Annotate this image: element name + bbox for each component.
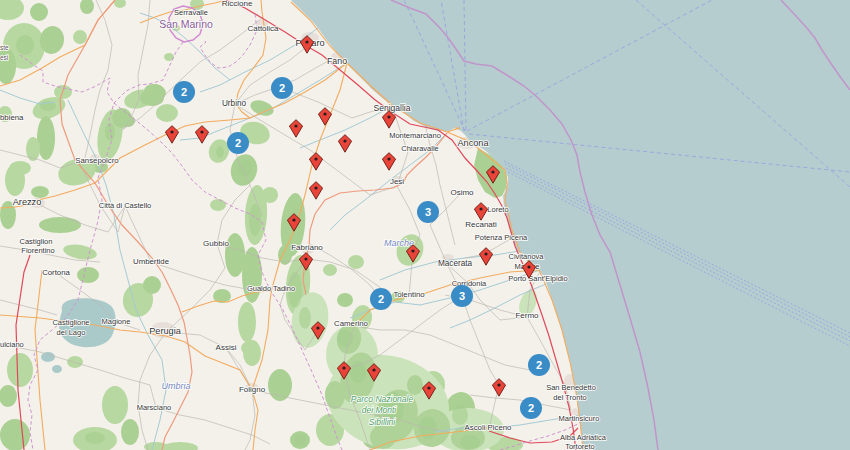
svg-text:del Tronto: del Tronto: [553, 393, 586, 402]
svg-text:2: 2: [536, 359, 542, 371]
svg-text:Città di Castello: Città di Castello: [99, 201, 152, 210]
svg-text:Marsciano: Marsciano: [137, 403, 172, 412]
svg-text:esi: esi: [0, 54, 8, 61]
svg-text:Ancona: Ancona: [457, 138, 489, 148]
svg-text:Cattolica: Cattolica: [247, 24, 279, 33]
svg-text:2: 2: [279, 82, 285, 94]
svg-text:Foligno: Foligno: [239, 385, 266, 394]
svg-text:Castiglion: Castiglion: [20, 237, 53, 246]
svg-text:Perugia: Perugia: [149, 326, 182, 336]
svg-text:Fermo: Fermo: [515, 311, 539, 320]
svg-text:Tolentino: Tolentino: [393, 290, 425, 299]
svg-text:Parco Nazionale: Parco Nazionale: [351, 394, 414, 404]
svg-text:San Benedetto: San Benedetto: [546, 383, 596, 392]
svg-text:3: 3: [459, 290, 465, 302]
svg-text:Arezzo: Arezzo: [13, 197, 42, 207]
svg-text:Sibillini: Sibillini: [369, 417, 397, 427]
svg-text:dei Monti: dei Monti: [362, 405, 398, 415]
svg-text:del Lago: del Lago: [57, 328, 86, 337]
svg-text:Montemarciano: Montemarciano: [389, 131, 441, 140]
svg-text:Osimo: Osimo: [450, 188, 474, 197]
svg-text:Tortoreto: Tortoreto: [565, 442, 595, 450]
svg-text:Chiaravalle: Chiaravalle: [401, 144, 439, 153]
svg-text:San Marino: San Marino: [159, 18, 213, 30]
svg-text:Riccione: Riccione: [222, 0, 253, 8]
svg-text:Recanati: Recanati: [465, 220, 497, 229]
svg-text:Urbino: Urbino: [222, 99, 247, 108]
svg-text:3: 3: [425, 206, 431, 218]
svg-text:Porto Sant'Elpidio: Porto Sant'Elpidio: [508, 274, 567, 283]
svg-text:ulciano: ulciano: [0, 340, 24, 349]
svg-text:Fiorentino: Fiorentino: [21, 246, 54, 255]
svg-text:Serravalle: Serravalle: [174, 8, 208, 17]
svg-text:Umbertide: Umbertide: [133, 257, 169, 266]
svg-text:Gubbio: Gubbio: [203, 239, 229, 248]
svg-text:Marche: Marche: [384, 238, 414, 248]
svg-text:Alba Adriatica: Alba Adriatica: [560, 433, 607, 442]
svg-text:Civitanova: Civitanova: [508, 252, 544, 261]
svg-text:Assisi: Assisi: [216, 343, 237, 352]
svg-text:Gualdo Tadino: Gualdo Tadino: [247, 284, 295, 293]
svg-text:Camerino: Camerino: [334, 319, 368, 328]
svg-text:Senigallia: Senigallia: [374, 103, 411, 113]
svg-text:Potenza Picena: Potenza Picena: [475, 233, 528, 242]
svg-text:2: 2: [378, 293, 384, 305]
svg-text:Umbria: Umbria: [161, 381, 190, 391]
svg-text:Castiglione: Castiglione: [52, 318, 89, 327]
svg-text:Jesi: Jesi: [390, 177, 404, 186]
svg-text:Ascoli Piceno: Ascoli Piceno: [465, 423, 512, 432]
svg-text:Fano: Fano: [327, 56, 347, 66]
svg-text:Martinsicuro: Martinsicuro: [559, 414, 600, 423]
svg-text:ste: ste: [0, 44, 9, 51]
svg-text:2: 2: [528, 402, 534, 414]
svg-text:Fabriano: Fabriano: [291, 243, 323, 252]
svg-text:Loreto: Loreto: [487, 205, 508, 214]
svg-text:Macerata: Macerata: [438, 259, 473, 268]
svg-text:2: 2: [235, 137, 241, 149]
svg-text:bbiena: bbiena: [0, 113, 24, 122]
svg-text:Magione: Magione: [102, 317, 131, 326]
svg-text:Sansepolcro: Sansepolcro: [75, 156, 119, 165]
svg-text:2: 2: [181, 86, 187, 98]
svg-text:Cortona: Cortona: [42, 268, 70, 277]
